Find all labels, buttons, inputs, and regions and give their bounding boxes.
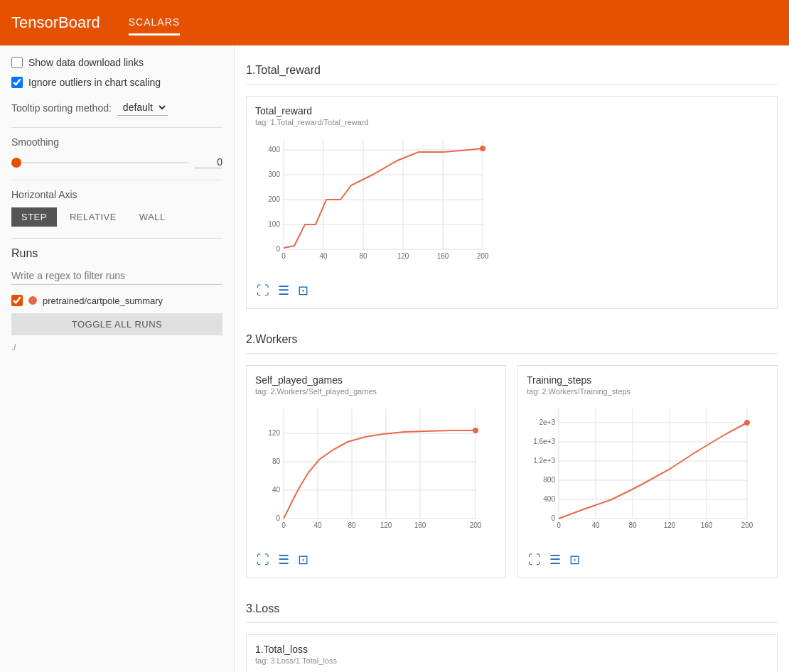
svg-text:0: 0: [276, 245, 280, 253]
svg-text:40: 40: [272, 486, 281, 494]
page-layout: Show data download links Ignore outliers…: [0, 45, 789, 672]
svg-point-68: [744, 420, 750, 426]
svg-text:800: 800: [543, 476, 555, 484]
run-checkbox[interactable]: [11, 295, 23, 306]
expand-button-2[interactable]: ⛶: [255, 551, 271, 569]
group-title-2: 2.Workers: [246, 326, 778, 354]
fit-button-1[interactable]: ⊡: [296, 281, 310, 300]
chart-total-reward: Total_reward tag: 1.Total_reward/Total_r…: [246, 96, 778, 309]
run-row: pretrained/cartpole_summary: [11, 295, 222, 306]
charts-row-1: Total_reward tag: 1.Total_reward/Total_r…: [246, 96, 778, 309]
smoothing-section: Smoothing: [11, 136, 222, 168]
svg-text:120: 120: [664, 521, 676, 529]
smoothing-slider[interactable]: [11, 162, 188, 163]
chart-area-self-played: 0 40 80 120 0 40 80 120 160 200: [255, 401, 497, 546]
show-data-links-checkbox[interactable]: [11, 57, 23, 68]
chart-svg-total-reward: 0 100 200 300 400 0 40 80 120 160 200: [255, 132, 497, 274]
runs-section: Runs pretrained/cartpole_summary TOGGLE …: [11, 247, 222, 352]
main-content: 1.Total_reward Total_reward tag: 1.Total…: [235, 45, 789, 672]
svg-text:120: 120: [380, 521, 392, 529]
expand-button-3[interactable]: ⛶: [527, 551, 542, 569]
tooltip-sorting-select[interactable]: default: [117, 99, 168, 116]
svg-text:160: 160: [437, 252, 449, 260]
group-total-reward: 1.Total_reward Total_reward tag: 1.Total…: [246, 57, 778, 309]
svg-text:80: 80: [348, 521, 356, 529]
chart-tag-total-loss: tag: 3.Loss/1.Total_loss: [255, 656, 768, 665]
chart-area-total-reward: 0 100 200 300 400 0 40 80 120 160 200: [255, 132, 768, 277]
fit-button-2[interactable]: ⊡: [296, 551, 310, 569]
svg-text:160: 160: [701, 521, 713, 529]
tooltip-sorting-label: Tooltip sorting method:: [11, 102, 112, 114]
data-button-3[interactable]: ☰: [548, 551, 562, 569]
chart-tag-training-steps: tag: 2.Workers/Training_steps: [527, 387, 768, 396]
svg-text:0: 0: [281, 521, 286, 529]
svg-text:0: 0: [557, 521, 561, 529]
show-data-links-row: Show data download links: [11, 57, 222, 68]
svg-text:200: 200: [268, 195, 280, 203]
ignore-outliers-checkbox[interactable]: [11, 77, 23, 88]
show-data-links-label: Show data download links: [28, 57, 144, 68]
svg-text:400: 400: [543, 495, 555, 503]
chart-title-self-played: Self_played_games: [255, 374, 497, 386]
data-button-1[interactable]: ☰: [277, 281, 291, 300]
expand-button-1[interactable]: ⛶: [255, 281, 271, 300]
chart-tag-total-reward: tag: 1.Total_reward/Total_reward: [255, 118, 768, 126]
svg-text:40: 40: [313, 521, 322, 529]
run-path: ./: [11, 342, 222, 352]
chart-title-total-reward: Total_reward: [255, 105, 768, 116]
ignore-outliers-label: Ignore outliers in chart scaling: [28, 77, 161, 88]
app-title: TensorBoard: [11, 13, 100, 32]
svg-point-43: [473, 428, 478, 433]
run-name: pretrained/cartpole_summary: [43, 296, 163, 306]
nav-scalars[interactable]: SCALARS: [129, 11, 180, 36]
smoothing-label: Smoothing: [11, 136, 222, 148]
app-header: TensorBoard SCALARS: [0, 0, 789, 45]
main-nav: SCALARS: [129, 11, 180, 36]
smoothing-value-input[interactable]: [194, 156, 222, 168]
svg-text:1.2e+3: 1.2e+3: [533, 457, 555, 465]
ignore-outliers-row: Ignore outliers in chart scaling: [11, 77, 222, 88]
svg-text:200: 200: [470, 521, 482, 529]
chart-controls-total-reward: ⛶ ☰ ⊡: [255, 281, 768, 300]
axis-relative-button[interactable]: RELATIVE: [60, 207, 127, 227]
chart-title-training-steps: Training_steps: [527, 374, 768, 386]
smoothing-row: [11, 156, 222, 168]
svg-text:300: 300: [268, 170, 280, 178]
svg-text:100: 100: [268, 220, 280, 228]
chart-total-loss: 1.Total_loss tag: 3.Loss/1.Total_loss 10…: [246, 634, 778, 672]
svg-text:0: 0: [281, 252, 286, 260]
axis-wall-button[interactable]: WALL: [129, 207, 176, 227]
charts-row-3: 1.Total_loss tag: 3.Loss/1.Total_loss 10…: [246, 634, 778, 672]
chart-area-training-steps: 0 400 800 1.2e+3 1.6e+3 2e+3 0 40 80 120…: [527, 401, 768, 546]
svg-text:80: 80: [272, 457, 281, 465]
chart-controls-self-played: ⛶ ☰ ⊡: [255, 551, 497, 569]
toggle-all-button[interactable]: TOGGLE ALL RUNS: [11, 313, 222, 335]
svg-text:120: 120: [397, 252, 409, 260]
chart-svg-self-played: 0 40 80 120 0 40 80 120 160 200: [255, 401, 483, 543]
svg-text:200: 200: [477, 252, 489, 260]
charts-row-2: Self_played_games tag: 2.Workers/Self_pl…: [246, 365, 778, 578]
divider-2: [11, 180, 222, 180]
chart-training-steps: Training_steps tag: 2.Workers/Training_s…: [517, 365, 778, 578]
data-options: Show data download links Ignore outliers…: [11, 57, 222, 88]
run-color-dot: [28, 296, 37, 305]
group-title-1: 1.Total_reward: [246, 57, 778, 85]
runs-label: Runs: [11, 247, 222, 260]
svg-text:200: 200: [741, 521, 753, 529]
runs-filter-input[interactable]: [11, 267, 222, 285]
axis-buttons: STEP RELATIVE WALL: [11, 207, 222, 227]
divider-3: [11, 238, 222, 239]
fit-button-3[interactable]: ⊡: [568, 551, 581, 569]
svg-text:2e+3: 2e+3: [539, 418, 555, 426]
axis-step-button[interactable]: STEP: [11, 207, 57, 227]
svg-text:0: 0: [551, 514, 555, 522]
svg-text:1.6e+3: 1.6e+3: [533, 438, 555, 445]
chart-controls-training-steps: ⛶ ☰ ⊡: [527, 551, 768, 569]
data-button-2[interactable]: ☰: [277, 551, 291, 569]
svg-text:400: 400: [268, 146, 280, 153]
chart-svg-training-steps: 0 400 800 1.2e+3 1.6e+3 2e+3 0 40 80 120…: [527, 401, 754, 543]
chart-self-played: Self_played_games tag: 2.Workers/Self_pl…: [246, 365, 506, 578]
svg-text:0: 0: [276, 514, 280, 522]
chart-tag-self-played: tag: 2.Workers/Self_played_games: [255, 387, 497, 396]
chart-title-total-loss: 1.Total_loss: [255, 644, 768, 655]
